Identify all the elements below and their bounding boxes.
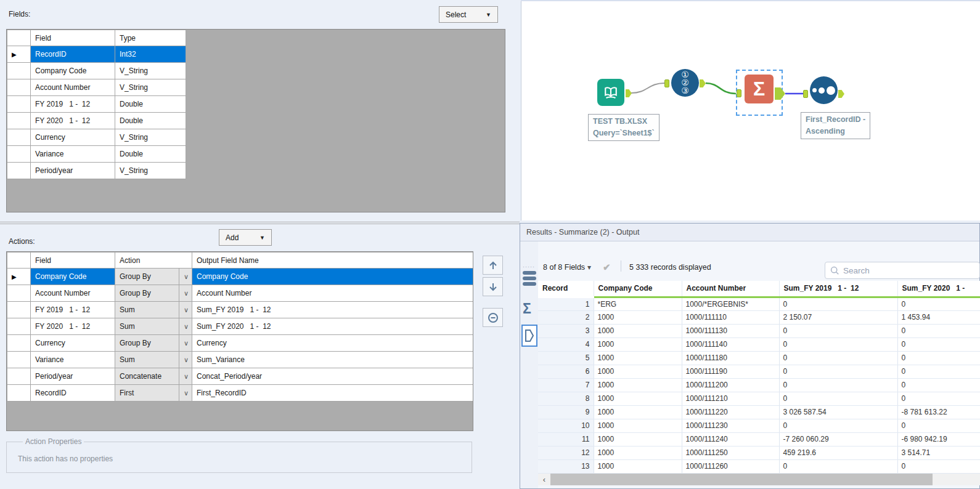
- row-selector-cell[interactable]: [7, 285, 31, 302]
- sum-fy2020-cell[interactable]: 0: [897, 419, 980, 432]
- output-field-name-cell[interactable]: Sum_Variance: [192, 352, 473, 368]
- sum-fy2019-cell[interactable]: 0: [779, 337, 897, 351]
- field-name-cell[interactable]: Account Number: [31, 79, 115, 96]
- action-field-cell[interactable]: Currency: [31, 335, 115, 352]
- sum-fy2020-cell[interactable]: 0: [897, 378, 980, 392]
- field-name-cell[interactable]: FY 2020 1 - 12: [31, 113, 115, 129]
- sum-fy2020-cell[interactable]: 0: [897, 392, 980, 405]
- actions-table-row[interactable]: Variance Sum Sum_Variance: [7, 352, 473, 368]
- record-number-cell[interactable]: 8: [538, 392, 594, 405]
- results-grid-row[interactable]: 13 1000 1000/111260 0 0: [538, 459, 980, 473]
- company-code-cell[interactable]: 1000: [594, 392, 682, 405]
- row-selector-cell[interactable]: [7, 96, 31, 113]
- record-number-cell[interactable]: 5: [538, 351, 594, 365]
- select-dropdown-button[interactable]: Select: [439, 6, 498, 23]
- apply-checkmark-icon[interactable]: [603, 262, 611, 273]
- company-code-cell[interactable]: 1000: [594, 459, 682, 473]
- chevron-down-icon[interactable]: [179, 269, 192, 285]
- action-field-cell[interactable]: Company Code: [31, 269, 115, 285]
- field-name-cell[interactable]: Variance: [31, 146, 115, 163]
- company-code-cell[interactable]: 1000: [594, 351, 682, 365]
- company-code-cell[interactable]: 1000: [594, 432, 682, 446]
- scrollbar-thumb[interactable]: [550, 474, 933, 485]
- sum-fy2019-cell[interactable]: 459 219.6: [779, 446, 897, 459]
- row-selector-cell[interactable]: [7, 368, 31, 385]
- record-column-header[interactable]: Record: [538, 281, 594, 297]
- company-code-cell[interactable]: 1000: [594, 310, 682, 324]
- account-number-cell[interactable]: 1000/111110: [682, 310, 779, 324]
- results-grid-row[interactable]: 8 1000 1000/111210 0 0: [538, 392, 980, 405]
- actions-table-row[interactable]: Period/year Concatenate Concat_Period/ye…: [7, 368, 473, 385]
- action-select[interactable]: Group By: [115, 335, 179, 352]
- output-field-name-cell[interactable]: Sum_FY 2019 1 - 12: [192, 302, 473, 318]
- account-number-cell[interactable]: 1000/111140: [682, 337, 779, 351]
- row-selector-cell[interactable]: [7, 163, 31, 179]
- field-name-cell[interactable]: RecordID: [31, 46, 115, 63]
- company-code-cell[interactable]: 1000: [594, 324, 682, 337]
- chevron-down-icon[interactable]: [179, 302, 192, 318]
- scroll-left-arrow[interactable]: ‹: [538, 474, 550, 485]
- record-number-cell[interactable]: 4: [538, 337, 594, 351]
- company-code-cell[interactable]: 1000: [594, 337, 682, 351]
- account-number-cell[interactable]: 1000/111200: [682, 378, 779, 392]
- row-selector-cell[interactable]: [7, 318, 31, 335]
- account-number-cell[interactable]: 1000/111250: [682, 446, 779, 459]
- results-grid-row[interactable]: 1 *ERG 1000/*ERGEBNIS* 0 0: [538, 297, 980, 310]
- actions-table-row[interactable]: FY 2020 1 - 12 Sum Sum_FY 2020 1 - 12: [7, 318, 473, 335]
- account-number-cell[interactable]: 1000/111210: [682, 392, 779, 405]
- action-select[interactable]: Group By: [115, 269, 179, 285]
- action-field-cell[interactable]: Variance: [31, 352, 115, 368]
- sum-fy2020-cell[interactable]: 0: [897, 297, 980, 310]
- company-code-cell[interactable]: 1000: [594, 378, 682, 392]
- sum-fy2020-cell[interactable]: -8 781 613.22: [897, 405, 980, 419]
- results-grid-row[interactable]: 7 1000 1000/111200 0 0: [538, 378, 980, 392]
- record-number-cell[interactable]: 3: [538, 324, 594, 337]
- record-number-cell[interactable]: 12: [538, 446, 594, 459]
- sum-fy2020-cell[interactable]: 3 514.71: [897, 446, 980, 459]
- fields-table-row[interactable]: RecordID Int32: [7, 46, 186, 63]
- results-grid-row[interactable]: 10 1000 1000/111230 0 0: [538, 419, 980, 432]
- company-code-cell[interactable]: 1000: [594, 446, 682, 459]
- company-code-cell[interactable]: 1000: [594, 419, 682, 432]
- sum-fy2020-cell[interactable]: 0: [897, 365, 980, 378]
- sum-fy2020-cell[interactable]: 0: [897, 459, 980, 473]
- company-code-column-header[interactable]: Company Code: [594, 281, 682, 297]
- output-field-name-cell[interactable]: Concat_Period/year: [192, 368, 473, 385]
- results-grid-row[interactable]: 3 1000 1000/111130 0 0: [538, 324, 980, 337]
- record-number-cell[interactable]: 6: [538, 365, 594, 378]
- action-field-cell[interactable]: RecordID: [31, 385, 115, 402]
- action-select[interactable]: Concatenate: [115, 368, 179, 385]
- search-input[interactable]: [843, 266, 966, 275]
- add-dropdown-button[interactable]: Add: [219, 229, 272, 246]
- sort-tool[interactable]: [810, 76, 838, 104]
- action-select[interactable]: Group By: [115, 285, 179, 302]
- remove-action-button[interactable]: [483, 308, 503, 327]
- field-type-cell[interactable]: Double: [115, 113, 186, 129]
- field-name-cell[interactable]: Company Code: [31, 63, 115, 79]
- record-number-cell[interactable]: 13: [538, 459, 594, 473]
- fields-table-row[interactable]: FY 2019 1 - 12 Double: [7, 96, 186, 113]
- field-type-cell[interactable]: V_String: [115, 163, 186, 179]
- row-selector-cell[interactable]: [7, 146, 31, 163]
- record-id-tool[interactable]: [671, 69, 699, 97]
- sort-tool-annotation[interactable]: First_RecordID -Ascending: [801, 112, 870, 139]
- chevron-down-icon[interactable]: [179, 318, 192, 335]
- account-number-cell[interactable]: 1000/111230: [682, 419, 779, 432]
- company-code-cell[interactable]: 1000: [594, 405, 682, 419]
- fields-summary-dropdown[interactable]: 8 of 8 Fields: [543, 263, 591, 272]
- account-number-cell[interactable]: 1000/*ERGEBNIS*: [682, 297, 779, 310]
- field-type-cell[interactable]: V_String: [115, 79, 186, 96]
- account-number-cell[interactable]: 1000/111220: [682, 405, 779, 419]
- sum-fy2020-cell[interactable]: 0: [897, 324, 980, 337]
- chevron-down-icon[interactable]: [179, 285, 192, 302]
- chevron-down-icon[interactable]: [179, 352, 192, 368]
- input-tool-annotation[interactable]: TEST TB.XLSXQuery=`Sheet1$`: [588, 114, 659, 141]
- results-grid-row[interactable]: 5 1000 1000/111180 0 0: [538, 351, 980, 365]
- workflow-canvas[interactable]: TEST TB.XLSXQuery=`Sheet1$` First_Record…: [521, 0, 980, 220]
- record-number-cell[interactable]: 9: [538, 405, 594, 419]
- account-number-cell[interactable]: 1000/111240: [682, 432, 779, 446]
- row-selector-cell[interactable]: [7, 335, 31, 352]
- sum-fy2019-cell[interactable]: 2 150.07: [779, 310, 897, 324]
- results-grid-row[interactable]: 9 1000 1000/111220 3 026 587.54 -8 781 6…: [538, 405, 980, 419]
- account-number-cell[interactable]: 1000/111130: [682, 324, 779, 337]
